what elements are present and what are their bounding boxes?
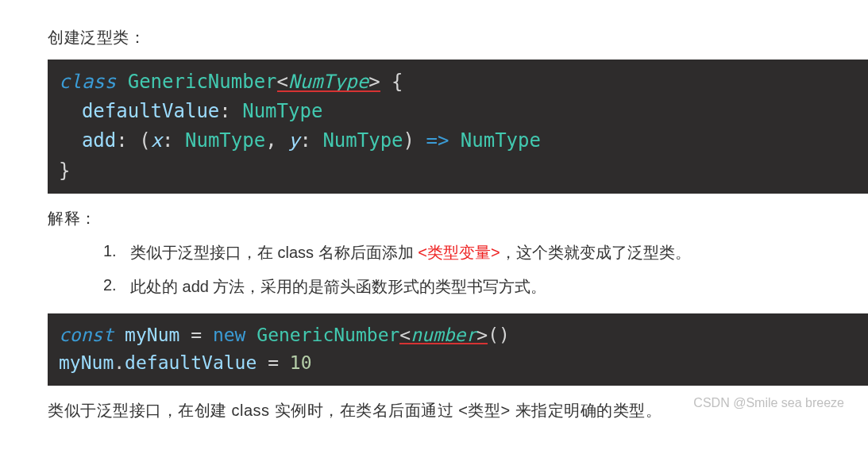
generic-arg-underlined: <number>	[399, 325, 488, 345]
list-item: 2. 此处的 add 方法，采用的是箭头函数形式的类型书写方式。	[103, 276, 868, 298]
code-line-2: defaultValue: NumType	[59, 97, 857, 126]
code-block-1: class GenericNumber<NumType> { defaultVa…	[48, 60, 868, 194]
code-block-2: const myNum = new GenericNumber<number>(…	[48, 313, 868, 386]
keyword-const: const	[59, 325, 114, 345]
prop-defaultValue: defaultValue	[82, 100, 219, 122]
ordered-list: 1. 类似于泛型接口，在 class 名称后面添加 <类型变量>，这个类就变成了…	[103, 242, 868, 298]
keyword-new: new	[213, 325, 246, 345]
type-numtype: NumType	[242, 100, 322, 122]
list-item: 1. 类似于泛型接口，在 class 名称后面添加 <类型变量>，这个类就变成了…	[103, 242, 868, 263]
list-number: 2.	[103, 276, 130, 298]
code-line-1: const myNum = new GenericNumber<number>(…	[59, 321, 857, 350]
param-y: y	[288, 129, 299, 152]
class-name: GenericNumber	[257, 325, 399, 345]
code-line-4: }	[59, 156, 857, 186]
param-x: x	[151, 129, 162, 152]
generic-param-underlined: <NumType>	[277, 71, 380, 93]
arrow-op: =>	[415, 129, 461, 152]
heading-explain: 解释：	[48, 208, 868, 229]
code-line-1: class GenericNumber<NumType> {	[59, 67, 857, 97]
keyword-class: class	[59, 71, 116, 93]
prop-add: add	[82, 129, 116, 152]
heading-create-generic: 创建泛型类：	[48, 27, 868, 48]
var-mynum: myNum	[125, 325, 179, 345]
generic-type: NumType	[288, 71, 368, 93]
prop-defaultValue: defaultValue	[125, 352, 257, 373]
red-text: <类型变量>	[418, 244, 500, 261]
watermark: CSDN @Smile sea breeze	[693, 396, 844, 410]
type-number: number	[411, 325, 476, 345]
list-text-2: 此处的 add 方法，采用的是箭头函数形式的类型书写方式。	[130, 276, 546, 298]
code-line-3: add: (x: NumType, y: NumType) => NumType	[59, 126, 857, 156]
list-text-1: 类似于泛型接口，在 class 名称后面添加 <类型变量>，这个类就变成了泛型类…	[130, 242, 691, 263]
number-literal: 10	[290, 352, 312, 373]
code-line-2: myNum.defaultValue = 10	[59, 349, 857, 378]
article-content: 创建泛型类： class GenericNumber<NumType> { de…	[48, 27, 868, 421]
list-number: 1.	[103, 242, 130, 263]
class-name: GenericNumber	[128, 71, 277, 93]
